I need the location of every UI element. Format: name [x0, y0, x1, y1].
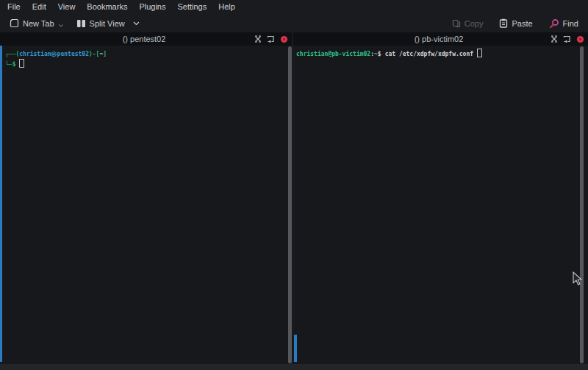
window-bottom-edge	[0, 364, 588, 370]
find-button[interactable]: Find	[545, 17, 582, 30]
paste-label: Paste	[512, 19, 532, 28]
paste-icon	[499, 18, 508, 28]
right-terminal-pane[interactable]: christian@pb-victim02:~$cat /etc/xdpfw/x…	[293, 46, 588, 364]
close-view-button[interactable]	[576, 35, 584, 43]
left-pane-header[interactable]: () pentest02	[0, 32, 292, 46]
prompt-line-1: ┌──(christian㉿pentest02)-[~]	[5, 50, 287, 59]
prompt-line-2: └─$	[5, 59, 287, 69]
split-view-icon	[76, 19, 86, 28]
prompt-symbol: └─$	[5, 61, 15, 68]
left-terminal-output: ┌──(christian㉿pentest02)-[~] └─$	[0, 46, 287, 364]
terminal-split-area: ┌──(christian㉿pentest02)-[~] └─$ christi…	[0, 46, 588, 364]
menu-help[interactable]: Help	[212, 0, 241, 14]
split-headers: () pentest02 () pb-victim02	[0, 32, 588, 46]
right-pane-title: () pb-victim02	[293, 35, 551, 43]
terminal-cursor	[19, 59, 24, 68]
right-terminal-output: christian@pb-victim02:~$cat /etc/xdpfw/x…	[293, 46, 582, 364]
right-pane-scrollbar[interactable]	[580, 46, 584, 363]
prompt-symbol: $	[378, 51, 381, 57]
find-label: Find	[563, 19, 578, 28]
menu-settings[interactable]: Settings	[171, 0, 212, 14]
prompt-frame-close: ]	[103, 51, 107, 57]
prompt-frame-open: ┌──(	[5, 51, 19, 57]
paste-button[interactable]: Paste	[495, 17, 536, 29]
menu-bar: File Edit View Bookmarks Plugins Setting…	[0, 0, 588, 14]
toolbar: New Tab Split View Copy Paste	[0, 14, 588, 32]
prompt-user-host: christian㉿pentest02	[19, 51, 89, 57]
split-view-chevron-icon	[133, 21, 140, 26]
copy-button[interactable]: Copy	[448, 18, 487, 29]
copy-icon	[452, 19, 461, 28]
copy-label: Copy	[465, 19, 484, 28]
konsole-window: File Edit View Bookmarks Plugins Setting…	[0, 0, 588, 370]
left-pane-scrollbar[interactable]	[288, 46, 292, 363]
split-view-button[interactable]: Split View	[73, 18, 143, 29]
left-terminal-pane[interactable]: ┌──(christian㉿pentest02)-[~] └─$	[0, 46, 293, 364]
right-pane-header-icons	[551, 35, 588, 43]
new-tab-button[interactable]: New Tab	[6, 17, 67, 29]
maximize-view-button[interactable]	[254, 35, 262, 43]
prompt-frame-mid: )-[	[89, 51, 99, 57]
mouse-pointer-icon	[573, 271, 583, 289]
command-text: cat /etc/xdpfw/xdpfw.conf	[385, 51, 473, 57]
close-view-button[interactable]	[280, 35, 288, 43]
menu-edit[interactable]: Edit	[26, 0, 52, 14]
detach-view-button[interactable]	[267, 35, 275, 43]
prompt-line: christian@pb-victim02:~$cat /etc/xdpfw/x…	[296, 49, 582, 59]
new-tab-dropdown-icon	[59, 24, 63, 27]
menu-view[interactable]: View	[52, 0, 82, 14]
prompt-user-host: christian@pb-victim02	[296, 51, 370, 57]
maximize-view-button[interactable]	[551, 35, 558, 43]
left-pane-header-icons	[254, 35, 292, 43]
menu-file[interactable]: File	[1, 0, 26, 14]
split-view-label: Split View	[90, 19, 125, 28]
right-pane-header[interactable]: () pb-victim02	[293, 32, 588, 46]
menu-plugins[interactable]: Plugins	[133, 0, 171, 14]
new-tab-icon	[10, 18, 19, 28]
left-pane-title: () pentest02	[0, 35, 254, 43]
menu-bookmarks[interactable]: Bookmarks	[81, 0, 133, 14]
find-icon	[549, 18, 559, 29]
terminal-cursor	[477, 49, 482, 57]
new-tab-label: New Tab	[23, 19, 54, 28]
detach-view-button[interactable]	[563, 35, 571, 43]
